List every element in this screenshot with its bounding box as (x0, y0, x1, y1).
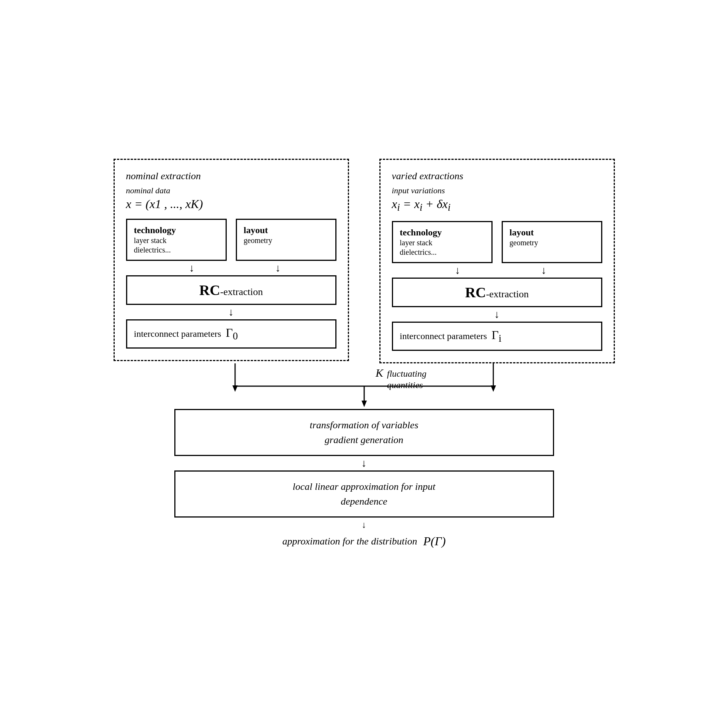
varied-data-formula: xi = xi + δxi (392, 197, 602, 213)
varied-rc-text: RC-extraction (465, 288, 529, 300)
varied-data-label: input variations (392, 186, 602, 196)
varied-interconnect-text: interconnect parameters Γi (400, 331, 502, 341)
top-row: nominal extraction nominal data x = (x1 … (76, 159, 653, 364)
varied-tech-sub1: layer stack (400, 238, 485, 247)
varied-box-title: varied extractions (392, 170, 602, 182)
varied-arrow1: ↓ (455, 264, 460, 276)
nominal-rc-box: RC-extraction (126, 275, 336, 305)
nominal-layout-sub: geometry (244, 236, 328, 245)
nominal-layout-box: layout geometry (236, 219, 336, 261)
varied-technology-box: technology layer stack dielectrics... (392, 221, 493, 263)
varied-tech-title: technology (400, 227, 485, 238)
varied-layout-sub: geometry (510, 238, 594, 247)
nominal-tech-sub2: dielectrics... (134, 246, 219, 254)
k-section: K fluctuating quantities transformation … (114, 363, 615, 548)
final-approximation-row: approximation for the distribution P(Γ) (282, 534, 445, 548)
varied-extraction-box: varied extractions input variations xi =… (379, 159, 615, 364)
varied-inner-boxes: technology layer stack dielectrics... la… (392, 221, 602, 263)
nominal-arrow1: ↓ (189, 262, 194, 274)
transform-line1: transformation of variables (187, 418, 542, 432)
nominal-extraction-box: nominal extraction nominal data x = (x1 … (114, 159, 349, 361)
transform-line2: gradient generation (187, 432, 542, 447)
nominal-tech-title: technology (134, 225, 219, 235)
arrow-to-approx: ↓ (362, 456, 367, 470)
nominal-interconnect-text: interconnect parameters Γ0 (134, 329, 238, 339)
nominal-arrow2: ↓ (275, 262, 281, 274)
varied-layout-box: layout geometry (502, 221, 602, 263)
nominal-arrow-to-interconnect: ↓ (126, 305, 336, 319)
svg-text:K: K (375, 366, 384, 379)
nominal-rc-text: RC-extraction (199, 286, 263, 297)
approx-box: local linear approximation for input dep… (174, 470, 554, 518)
nominal-inner-boxes: technology layer stack dielectrics... la… (126, 219, 336, 261)
final-prefix: approximation for the distribution (282, 536, 417, 547)
varied-arrow2: ↓ (541, 264, 546, 276)
arrow-to-final: ↓ (362, 518, 366, 532)
nominal-tech-sub1: layer stack (134, 236, 219, 245)
nominal-interconnect-box: interconnect parameters Γ0 (126, 319, 336, 349)
nominal-box-title: nominal extraction (126, 170, 336, 182)
converging-arrows-svg: K fluctuating quantities (114, 363, 615, 409)
nominal-layout-title: layout (244, 225, 328, 235)
varied-arrows-to-rc: ↓ ↓ (392, 263, 602, 278)
svg-text:fluctuating: fluctuating (387, 369, 426, 379)
varied-layout-title: layout (510, 227, 594, 238)
diagram: nominal extraction nominal data x = (x1 … (60, 136, 668, 571)
p-gamma-label: P(Γ) (423, 534, 446, 548)
transform-box: transformation of variables gradient gen… (174, 409, 554, 456)
varied-arrow-to-interconnect: ↓ (392, 307, 602, 322)
varied-rc-box: RC-extraction (392, 278, 602, 307)
nominal-arrows-to-rc: ↓ ↓ (126, 261, 336, 275)
varied-tech-sub2: dielectrics... (400, 248, 485, 257)
approx-line2: dependence (187, 494, 542, 509)
svg-marker-7 (362, 401, 367, 407)
nominal-technology-box: technology layer stack dielectrics... (126, 219, 227, 261)
nominal-data-formula: x = (x1 , ..., xK) (126, 197, 336, 211)
svg-text:quantities: quantities (387, 380, 423, 390)
approx-line1: local linear approximation for input (187, 479, 542, 494)
varied-interconnect-box: interconnect parameters Γi (392, 322, 602, 351)
nominal-data-label: nominal data (126, 186, 336, 196)
